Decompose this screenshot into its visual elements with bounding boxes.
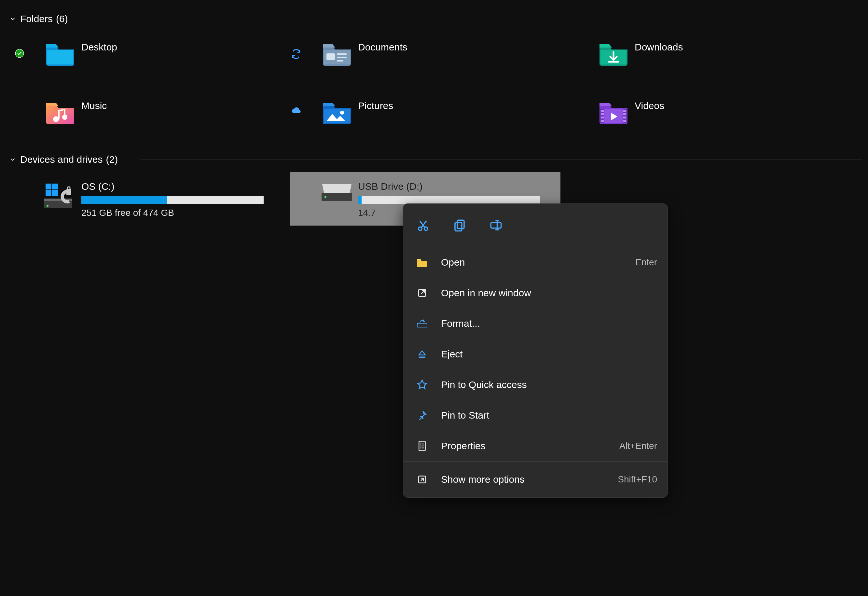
context-item-label: Format... <box>441 318 657 329</box>
svg-rect-30 <box>52 190 58 196</box>
folder-item-pictures[interactable]: Pictures <box>277 90 553 148</box>
svg-rect-27 <box>46 184 52 189</box>
folder-label: Desktop <box>81 42 117 53</box>
divider <box>140 159 862 160</box>
svg-rect-49 <box>422 448 424 448</box>
context-item-label: Pin to Start <box>441 410 657 421</box>
pin-icon <box>412 410 432 420</box>
drive-usb-icon <box>319 181 355 204</box>
svg-rect-32 <box>67 187 70 190</box>
drive-usage-bar <box>358 196 540 204</box>
folder-desktop-icon <box>44 40 76 66</box>
folder-downloads-icon <box>598 40 629 66</box>
drive-label: USB Drive (D:) <box>358 181 540 192</box>
svg-rect-16 <box>601 113 604 115</box>
svg-rect-18 <box>601 120 604 122</box>
svg-rect-20 <box>623 113 626 115</box>
context-item-format[interactable]: Format... <box>403 308 667 339</box>
svg-rect-19 <box>623 110 626 112</box>
svg-rect-42 <box>419 357 425 358</box>
context-item-eject[interactable]: Eject <box>403 339 667 369</box>
context-item-label: Pin to Quick access <box>441 379 657 390</box>
check-icon <box>15 49 24 58</box>
folder-label: Pictures <box>358 100 393 111</box>
group-count: (6) <box>56 13 68 24</box>
folder-item-videos[interactable]: Videos <box>553 90 830 148</box>
folder-label: Documents <box>358 42 407 53</box>
folder-music-icon <box>44 99 76 125</box>
drive-label: OS (C:) <box>81 181 264 192</box>
chevron-down-icon <box>9 156 16 163</box>
svg-point-46 <box>421 447 422 448</box>
drive-item-os[interactable]: OS (C:) 251 GB free of 474 GB <box>0 172 277 226</box>
group-count: (2) <box>106 154 118 165</box>
group-header-drives[interactable]: Devices and drives (2) <box>0 150 868 169</box>
folder-item-documents[interactable]: Documents <box>277 31 553 90</box>
context-menu: Open Enter Open in new window Format... … <box>403 204 668 498</box>
group-header-folders[interactable]: Folders (6) <box>0 10 868 28</box>
folder-pictures-icon <box>321 99 353 125</box>
drive-usage-fill <box>81 196 167 204</box>
context-menu-top-row <box>403 204 667 247</box>
chevron-down-icon <box>9 15 16 22</box>
svg-point-11 <box>340 111 344 115</box>
star-icon <box>412 379 432 390</box>
svg-point-25 <box>47 205 49 207</box>
drive-usage-bar <box>81 196 264 204</box>
folder-label: Downloads <box>635 42 683 53</box>
drive-usage-fill <box>358 196 362 204</box>
drive-usage-text: 251 GB free of 474 GB <box>81 208 264 218</box>
copy-icon[interactable] <box>453 218 466 232</box>
group-label: Folders <box>20 13 53 24</box>
context-item-open[interactable]: Open Enter <box>403 247 667 278</box>
folder-documents-icon <box>321 40 353 66</box>
open-new-window-icon <box>412 288 432 298</box>
cloud-icon <box>291 108 301 115</box>
svg-rect-21 <box>623 117 626 118</box>
folder-label: Videos <box>635 100 664 111</box>
folder-open-icon <box>412 257 432 267</box>
context-item-show-more[interactable]: Show more options Shift+F10 <box>403 462 667 497</box>
folder-videos-icon <box>598 99 629 125</box>
properties-icon <box>412 440 432 451</box>
folder-item-desktop[interactable]: Desktop <box>0 31 277 90</box>
context-item-pin-quick-access[interactable]: Pin to Quick access <box>403 369 667 400</box>
context-item-shortcut: Shift+F10 <box>618 474 657 485</box>
folder-item-music[interactable]: Music <box>0 90 277 148</box>
svg-rect-3 <box>326 53 335 60</box>
cut-icon[interactable] <box>416 218 430 232</box>
svg-rect-15 <box>601 110 604 112</box>
folder-item-downloads[interactable]: Downloads <box>553 31 830 90</box>
context-item-open-new-window[interactable]: Open in new window <box>403 278 667 308</box>
folder-label: Music <box>81 100 107 111</box>
svg-rect-5 <box>337 57 347 58</box>
svg-point-45 <box>421 445 422 447</box>
sync-icon <box>291 49 301 59</box>
context-item-label: Show more options <box>441 474 618 485</box>
context-item-label: Open <box>441 257 635 268</box>
drive-os-icon <box>42 181 78 210</box>
context-item-shortcut: Enter <box>635 257 657 268</box>
svg-rect-22 <box>623 120 626 122</box>
svg-rect-28 <box>52 184 58 189</box>
format-icon <box>412 319 432 328</box>
svg-rect-29 <box>46 190 52 196</box>
context-item-pin-start[interactable]: Pin to Start <box>403 400 667 431</box>
svg-rect-39 <box>491 222 501 228</box>
context-item-shortcut: Alt+Enter <box>619 441 657 451</box>
svg-rect-48 <box>422 446 424 446</box>
folders-grid: Desktop Documents <box>0 31 868 148</box>
svg-rect-1 <box>47 50 73 65</box>
svg-rect-38 <box>455 222 462 231</box>
rename-icon[interactable] <box>489 218 503 232</box>
svg-rect-37 <box>457 220 464 229</box>
context-item-properties[interactable]: Properties Alt+Enter <box>403 431 667 461</box>
context-item-label: Properties <box>441 440 619 451</box>
svg-rect-41 <box>417 323 427 327</box>
svg-point-9 <box>62 115 67 120</box>
svg-rect-47 <box>422 444 424 444</box>
group-label: Devices and drives <box>20 154 102 165</box>
eject-icon <box>412 349 432 359</box>
svg-point-44 <box>421 443 422 445</box>
context-item-label: Eject <box>441 349 657 360</box>
